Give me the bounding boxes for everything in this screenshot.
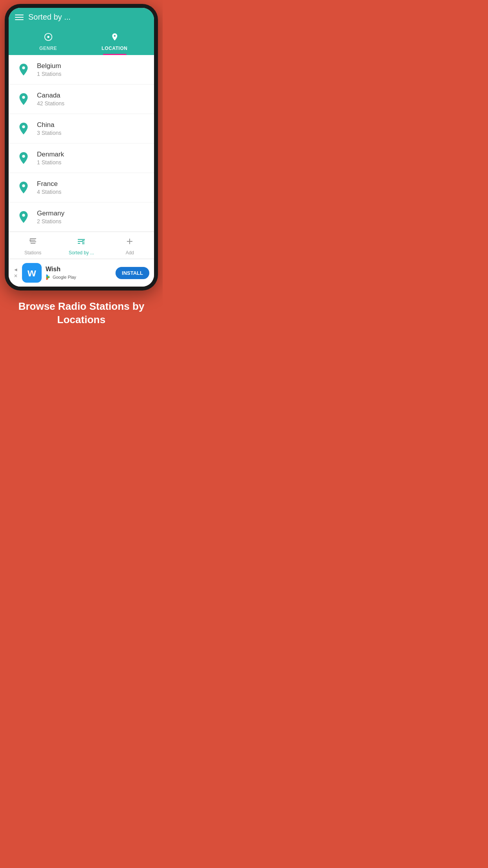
stations-icon [28, 237, 38, 248]
location-name: Germany [37, 210, 64, 217]
location-stations: 4 Stations [37, 189, 61, 195]
header-top: Sorted by ... [15, 13, 148, 25]
add-icon [125, 237, 134, 248]
tabs-bar: GENRE LOCATION [15, 28, 148, 55]
tab-genre-label: GENRE [39, 46, 57, 51]
list-item[interactable]: Belgium 1 Stations [9, 55, 154, 85]
pin-icon-china [17, 121, 31, 136]
phone-container: Sorted by ... GENRE [5, 4, 158, 291]
location-name: China [37, 121, 61, 129]
pin-icon-canada [17, 92, 31, 106]
location-name: Denmark [37, 151, 64, 158]
ad-info: Wish Google Play [46, 266, 112, 280]
svg-rect-5 [82, 240, 84, 241]
list-item[interactable]: Canada 42 Stations [9, 85, 154, 114]
location-icon [110, 33, 119, 43]
pin-icon-germany [17, 210, 31, 224]
page-bottom-text: Browse Radio Stations by Locations [0, 291, 163, 331]
location-stations: 42 Stations [37, 100, 64, 107]
location-stations: 2 Stations [37, 218, 64, 224]
google-play-badge: Google Play [46, 274, 112, 280]
pin-icon-belgium [17, 63, 31, 77]
nav-stations[interactable]: Stations [9, 235, 57, 257]
location-info-canada: Canada 42 Stations [37, 92, 64, 107]
nav-sorted-label: Sorted by ... [69, 250, 94, 256]
nav-add[interactable]: Add [106, 235, 154, 257]
tab-location-label: LOCATION [102, 46, 128, 51]
sorted-icon [77, 237, 86, 248]
svg-rect-3 [82, 242, 84, 243]
nav-sorted[interactable]: Sorted by ... [57, 235, 105, 257]
bottom-nav: Stations Sorted by ... [9, 232, 154, 259]
list-item[interactable]: Denmark 1 Stations [9, 143, 154, 173]
wish-logo: w [22, 263, 42, 283]
pin-icon-denmark [17, 151, 31, 165]
header-title: Sorted by ... [28, 13, 71, 22]
location-name: Canada [37, 92, 64, 99]
location-info-china: China 3 Stations [37, 121, 61, 136]
pin-icon-france [17, 180, 31, 195]
list-item[interactable]: France 4 Stations [9, 173, 154, 202]
nav-add-label: Add [126, 250, 134, 256]
hamburger-icon[interactable] [15, 15, 24, 20]
location-info-germany: Germany 2 Stations [37, 210, 64, 224]
location-info-france: France 4 Stations [37, 180, 61, 195]
tab-location[interactable]: LOCATION [81, 28, 148, 55]
ad-close-button[interactable]: ◄ ✕ [13, 267, 18, 279]
tab-genre[interactable]: GENRE [15, 28, 81, 55]
location-stations: 3 Stations [37, 130, 61, 136]
location-name: Belgium [37, 62, 61, 70]
google-play-label: Google Play [53, 275, 76, 280]
svg-rect-4 [82, 243, 84, 244]
location-list: Belgium 1 Stations Canada 42 Stations [9, 55, 154, 232]
app-header: Sorted by ... GENRE [9, 8, 154, 55]
list-item[interactable]: China 3 Stations [9, 114, 154, 143]
location-stations: 1 Stations [37, 71, 61, 77]
genre-icon [44, 33, 53, 43]
location-list-container: Belgium 1 Stations Canada 42 Stations [9, 55, 154, 287]
google-play-icon [46, 274, 51, 280]
nav-stations-label: Stations [24, 250, 41, 256]
phone-screen: Sorted by ... GENRE [9, 8, 154, 287]
location-info-belgium: Belgium 1 Stations [37, 62, 61, 77]
svg-point-1 [47, 36, 50, 38]
location-stations: 1 Stations [37, 159, 64, 166]
location-name: France [37, 180, 61, 188]
install-button[interactable]: INSTALL [116, 267, 149, 279]
location-info-denmark: Denmark 1 Stations [37, 151, 64, 166]
list-item[interactable]: Germany 2 Stations [9, 202, 154, 232]
ad-title: Wish [46, 266, 112, 273]
ad-banner: ◄ ✕ w Wish Google Play [9, 259, 154, 287]
svg-point-2 [29, 239, 31, 241]
